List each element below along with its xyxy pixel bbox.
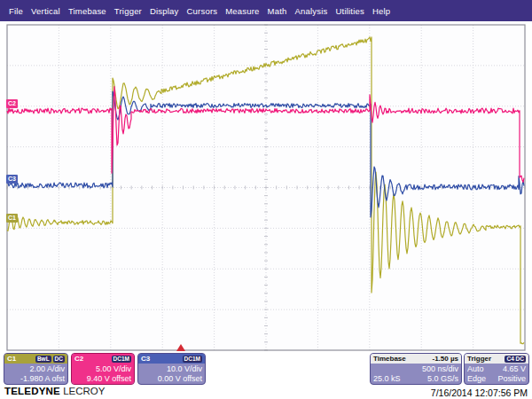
channel-c3-label: C3 <box>141 355 150 363</box>
trigger-position-marker-icon[interactable] <box>176 344 185 351</box>
timebase-sample-rate: 5.0 GS/s <box>427 374 458 384</box>
channel-c1-coupling-badge: DC <box>53 356 65 363</box>
timebase-body: 500 ns/div 25.0 kS 5.0 GS/s <box>371 364 461 384</box>
trigger-level: 4.65 V <box>503 364 526 374</box>
channel-c3-coupling-badge: DC1M <box>183 356 202 363</box>
channel-c1-offset: -1.980 A ofst <box>7 374 65 384</box>
channel-c2-coupling-badge: DC1M <box>112 356 131 363</box>
channel-box-c1[interactable]: C1 BwL DC 2.00 A/div -1.980 A ofst <box>4 353 68 385</box>
trigger-body: Auto 4.65 V Edge Positive <box>465 364 528 384</box>
channel-c1-bwl-badge: BwL <box>35 356 51 363</box>
trigger-slope: Positive <box>497 374 526 384</box>
channel-marker-c2[interactable]: C2 <box>6 99 18 108</box>
channel-c1-body: 2.00 A/div -1.980 A ofst <box>4 364 67 384</box>
timebase-box[interactable]: Timebase -1.50 µs 500 ns/div 25.0 kS 5.0… <box>370 353 462 385</box>
channel-c2-offset: 9.40 V offset <box>74 374 131 384</box>
channel-box-c2[interactable]: C2 DC1M 5.00 V/div 9.40 V offset <box>71 353 135 385</box>
channel-c1-label: C1 <box>7 355 16 363</box>
channel-c1-header: C1 BwL DC <box>4 354 67 364</box>
trigger-header: Trigger C4 DC <box>465 354 528 364</box>
channel-c3-scale: 10.0 V/div <box>141 364 202 374</box>
menu-measure[interactable]: Measure <box>225 6 259 16</box>
trigger-source-badge: C4 DC <box>505 356 526 363</box>
menu-file[interactable]: File <box>9 6 23 16</box>
menu-help[interactable]: Help <box>372 6 390 16</box>
datetime-stamp: 7/16/2014 12:07:56 PM <box>431 387 528 398</box>
menu-cursors[interactable]: Cursors <box>187 6 218 16</box>
menu-utilities[interactable]: Utilities <box>335 6 364 16</box>
trigger-box[interactable]: Trigger C4 DC Auto 4.65 V Edge Positive <box>464 353 529 385</box>
menu-analysis[interactable]: Analysis <box>295 6 328 16</box>
timebase-header: Timebase -1.50 µs <box>371 354 461 364</box>
timebase-delay: -1.50 µs <box>432 355 458 363</box>
menu-display[interactable]: Display <box>150 6 179 16</box>
channel-marker-c3[interactable]: C3 <box>6 175 18 184</box>
brand-lecroy: LECROY <box>63 386 105 396</box>
menu-math[interactable]: Math <box>268 6 287 16</box>
channel-c2-header: C2 DC1M <box>72 354 134 364</box>
timebase-label: Timebase <box>373 355 406 363</box>
channel-c3-body: 10.0 V/div 0.00 V offset <box>138 364 205 384</box>
timebase-samples: 25.0 kS <box>373 374 401 384</box>
trigger-label: Trigger <box>467 355 491 363</box>
channel-c2-label: C2 <box>74 355 83 363</box>
channel-c1-scale: 2.00 A/div <box>7 364 65 374</box>
brand-logo: TELEDYNE LECROY <box>4 386 105 396</box>
timebase-per-div: 500 ns/div <box>373 364 458 374</box>
channel-box-c3[interactable]: C3 DC1M 10.0 V/div 0.00 V offset <box>137 353 206 385</box>
trigger-type: Edge <box>467 374 486 384</box>
menu-timebase[interactable]: Timebase <box>68 6 106 16</box>
channel-marker-c1[interactable]: C1 <box>6 214 18 223</box>
channel-c2-body: 5.00 V/div 9.40 V offset <box>72 364 134 384</box>
waveform-display: C2 C3 C1 <box>5 23 527 351</box>
trigger-mode: Auto <box>467 364 484 374</box>
brand-teledyne: TELEDYNE <box>4 386 60 396</box>
channel-c3-header: C3 DC1M <box>138 354 205 364</box>
channel-c2-scale: 5.00 V/div <box>74 364 131 374</box>
waveform-plot <box>5 23 527 351</box>
menu-bar: File Vertical Timebase Trigger Display C… <box>0 0 532 21</box>
menu-vertical[interactable]: Vertical <box>31 6 60 16</box>
channel-c3-offset: 0.00 V offset <box>141 374 202 384</box>
menu-trigger[interactable]: Trigger <box>114 6 142 16</box>
